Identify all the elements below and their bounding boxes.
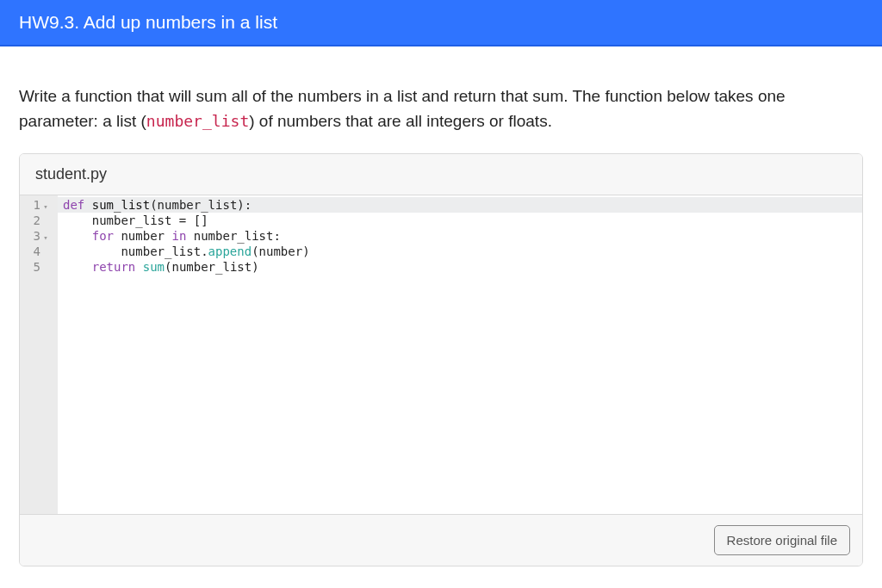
line-number: 2 — [34, 214, 40, 227]
code-line[interactable]: return sum(number_list) — [63, 259, 862, 275]
code-token — [63, 229, 92, 243]
line-number: 3 — [34, 229, 40, 243]
editor-titlebar: student.py — [20, 154, 862, 195]
editor-footer: Restore original file — [20, 514, 862, 566]
code-token — [84, 198, 91, 212]
gutter-line: 2 — [30, 213, 49, 228]
code-editor-card: student.py 1▾23▾45 def sum_list(number_l… — [19, 153, 863, 566]
line-number: 5 — [34, 260, 40, 274]
code-token: in — [171, 229, 186, 243]
question-title: HW9.3. Add up numbers in a list — [19, 12, 277, 32]
code-token: return — [92, 260, 136, 274]
line-number: 1 — [34, 198, 40, 212]
code-token: number_list: — [186, 229, 281, 243]
code-line[interactable]: for number in number_list: — [63, 228, 862, 244]
code-line[interactable]: number_list.append(number) — [63, 244, 862, 259]
code-token — [63, 260, 92, 274]
code-token — [135, 260, 142, 274]
editor-body[interactable]: 1▾23▾45 def sum_list(number_list): numbe… — [20, 195, 862, 514]
question-content: Write a function that will sum all of th… — [0, 46, 882, 585]
code-line[interactable]: number_list = [] — [63, 213, 862, 228]
code-token: for — [92, 229, 114, 243]
question-header: HW9.3. Add up numbers in a list — [0, 0, 882, 46]
editor-filename: student.py — [35, 165, 107, 183]
code-token: number — [114, 229, 171, 243]
prompt-text-after: ) of numbers that are all integers or fl… — [249, 112, 552, 130]
restore-original-button[interactable]: Restore original file — [714, 525, 850, 555]
gutter-line: 5 — [30, 259, 49, 275]
gutter-line: 1▾ — [30, 197, 49, 213]
code-token: append — [208, 244, 252, 258]
code-line[interactable]: def sum_list(number_list): — [58, 197, 862, 213]
editor-code-area[interactable]: def sum_list(number_list): number_list =… — [58, 195, 862, 514]
line-number: 4 — [34, 244, 40, 258]
code-token: number_list. — [63, 244, 208, 258]
code-token: def — [63, 198, 84, 212]
code-token: sum — [143, 260, 165, 274]
editor-gutter: 1▾23▾45 — [20, 195, 58, 514]
code-token: sum_list — [92, 198, 150, 212]
prompt-param-code: number_list — [146, 112, 249, 130]
code-token: (number_list): — [150, 198, 252, 212]
code-token: number_list = [] — [63, 214, 208, 227]
question-prompt: Write a function that will sum all of th… — [19, 84, 863, 134]
code-token: (number_list) — [165, 260, 259, 274]
gutter-line: 3▾ — [30, 228, 49, 244]
gutter-line: 4 — [30, 244, 49, 259]
code-token: (number) — [252, 244, 309, 258]
